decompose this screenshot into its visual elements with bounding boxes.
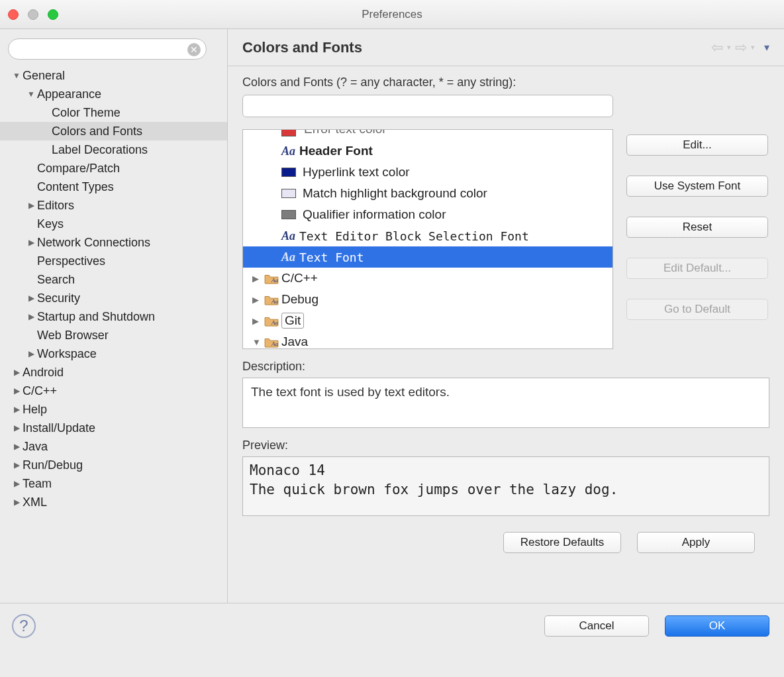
chevron-right-icon: ▶ xyxy=(26,201,36,210)
svg-text:Aa: Aa xyxy=(271,277,278,284)
nav-item-label: Android xyxy=(23,366,64,380)
page-nav-arrows: ⇦ ▾ ⇨ ▾ ▾ xyxy=(711,39,769,56)
chevron-down-icon: ▼ xyxy=(12,71,21,80)
nav-item-label: Label Decorations xyxy=(52,143,148,157)
nav-item-label: Content Types xyxy=(37,180,114,194)
color-swatch-icon xyxy=(281,130,296,136)
page-title: Colors and Fonts xyxy=(242,39,362,56)
list-item-label: Hyperlink text color xyxy=(303,165,410,180)
nav-item[interactable]: ▶Help xyxy=(0,400,227,419)
chevron-right-icon: ▶ xyxy=(26,349,36,358)
nav-item-label: Perspectives xyxy=(37,254,105,268)
list-item-label: Header Font xyxy=(299,144,373,158)
use-system-font-button[interactable]: Use System Font xyxy=(626,176,768,197)
nav-item[interactable]: ▼General xyxy=(0,66,227,85)
list-item[interactable]: Hyperlink text color xyxy=(243,162,612,183)
preview-box: Monaco 14 The quick brown fox jumps over… xyxy=(242,456,769,516)
description-box: The text font is used by text editors. xyxy=(242,378,769,428)
nav-item[interactable]: ▶Team xyxy=(0,474,227,493)
cancel-button[interactable]: Cancel xyxy=(544,615,649,637)
chevron-right-icon: ▶ xyxy=(26,312,36,321)
nav-item[interactable]: ▶Run/Debug xyxy=(0,456,227,474)
color-swatch-icon xyxy=(281,210,296,219)
chevron-right-icon: ▶ xyxy=(12,423,21,433)
chevron-right-icon xyxy=(26,182,36,191)
help-icon[interactable]: ? xyxy=(12,614,36,638)
apply-button[interactable]: Apply xyxy=(637,532,755,553)
chevron-right-icon xyxy=(26,219,36,229)
nav-item[interactable]: Keys xyxy=(0,215,227,233)
minimize-window-icon[interactable] xyxy=(28,9,38,20)
back-icon[interactable]: ⇦ xyxy=(711,39,723,56)
close-window-icon[interactable] xyxy=(8,9,19,20)
content-header: Colors and Fonts ⇦ ▾ ⇨ ▾ ▾ xyxy=(228,29,784,66)
list-item[interactable]: Error text color xyxy=(243,130,612,140)
colors-fonts-list[interactable]: Error text colorAaHeader FontHyperlink t… xyxy=(242,129,613,349)
list-item[interactable]: ▶AaDebug xyxy=(243,289,612,310)
nav-item[interactable]: ▶XML xyxy=(0,493,227,511)
list-item[interactable]: AaText Editor Block Selection Font xyxy=(243,225,612,246)
forward-history-icon[interactable]: ▾ xyxy=(751,43,755,52)
nav-item-label: Keys xyxy=(37,217,64,231)
zoom-window-icon[interactable] xyxy=(48,9,58,20)
chevron-right-icon xyxy=(26,164,36,173)
nav-item-label: Startup and Shutdown xyxy=(37,310,155,324)
nav-item-label: Network Connections xyxy=(37,236,150,250)
nav-item-label: Editors xyxy=(37,199,74,213)
font-icon: Aa xyxy=(281,229,295,243)
list-item[interactable]: ▶AaC/C++ xyxy=(243,268,612,289)
filter-input[interactable] xyxy=(242,95,613,117)
preferences-nav-pane: ✕ ▼General▼AppearanceColor ThemeColors a… xyxy=(0,29,228,603)
back-history-icon[interactable]: ▾ xyxy=(727,43,731,52)
nav-item[interactable]: Perspectives xyxy=(0,252,227,270)
list-item[interactable]: AaText Font xyxy=(243,246,612,268)
reset-button[interactable]: Reset xyxy=(626,217,768,238)
nav-item[interactable]: ▶Editors xyxy=(0,196,227,215)
chevron-right-icon: ▶ xyxy=(26,238,36,247)
nav-item[interactable]: Web Browser xyxy=(0,326,227,344)
restore-defaults-button[interactable]: Restore Defaults xyxy=(503,532,621,553)
ok-button[interactable]: OK xyxy=(665,615,769,637)
nav-item[interactable]: Colors and Fonts xyxy=(0,122,227,140)
forward-icon[interactable]: ⇨ xyxy=(735,39,747,56)
titlebar: Preferences xyxy=(0,0,784,29)
traffic-lights xyxy=(8,9,58,20)
color-swatch-icon xyxy=(281,189,296,198)
nav-item[interactable]: ▶Android xyxy=(0,363,227,382)
list-item[interactable]: Match highlight background color xyxy=(243,183,612,204)
list-item[interactable]: AaHeader Font xyxy=(243,140,612,162)
edit-default-button: Edit Default... xyxy=(626,258,768,279)
edit-button[interactable]: Edit... xyxy=(626,134,768,156)
chevron-right-icon: ▶ xyxy=(12,405,21,414)
nav-item-label: Color Theme xyxy=(52,106,121,120)
nav-item[interactable]: ▶Security xyxy=(0,289,227,307)
nav-item[interactable]: ▶Java xyxy=(0,437,227,456)
nav-item[interactable]: ▶C/C++ xyxy=(0,382,227,400)
nav-item[interactable]: Compare/Patch xyxy=(0,159,227,178)
nav-item[interactable]: Label Decorations xyxy=(0,140,227,159)
nav-item-label: Java xyxy=(23,440,48,454)
filter-label: Colors and Fonts (? = any character, * =… xyxy=(242,76,769,89)
nav-item-label: Appearance xyxy=(37,87,101,101)
folder-icon: Aa xyxy=(264,272,279,284)
folder-icon: Aa xyxy=(264,293,279,305)
preferences-search-input[interactable]: ✕ xyxy=(8,38,207,60)
nav-item-label: Run/Debug xyxy=(23,458,83,472)
list-item[interactable]: ▶AaGit xyxy=(243,310,612,331)
list-item[interactable]: ▼AaJava xyxy=(243,331,612,349)
nav-item[interactable]: ▶Install/Update xyxy=(0,419,227,437)
list-item[interactable]: Qualifier information color xyxy=(243,204,612,225)
nav-item[interactable]: ▶Startup and Shutdown xyxy=(0,307,227,326)
nav-item[interactable]: ▶Workspace xyxy=(0,344,227,363)
nav-item[interactable]: ▶Network Connections xyxy=(0,233,227,252)
nav-item[interactable]: Content Types xyxy=(0,178,227,196)
nav-item[interactable]: Color Theme xyxy=(0,103,227,122)
chevron-right-icon: ▶ xyxy=(252,295,259,305)
nav-item-label: XML xyxy=(23,495,47,509)
view-menu-icon[interactable]: ▾ xyxy=(764,41,769,54)
window-title: Preferences xyxy=(362,8,422,21)
dialog-footer: ? Cancel OK xyxy=(0,603,784,648)
nav-item[interactable]: Search xyxy=(0,270,227,289)
clear-search-icon[interactable]: ✕ xyxy=(187,43,201,56)
nav-item[interactable]: ▼Appearance xyxy=(0,85,227,103)
